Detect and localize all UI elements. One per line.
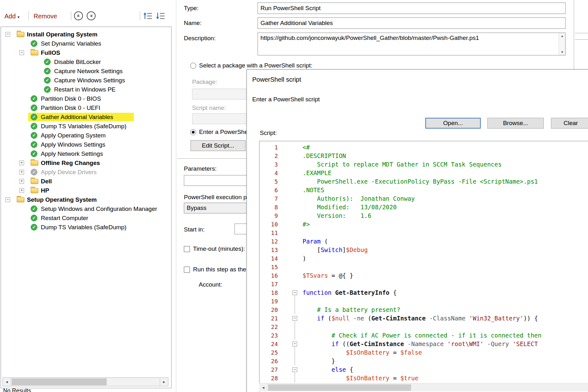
- tree-item[interactable]: ✓Capture Windows Settings: [1, 76, 171, 85]
- step-status-check-icon: ✓: [31, 114, 37, 120]
- timeout-checkbox[interactable]: [184, 246, 190, 252]
- description-field[interactable]: https://github.com/jonconwayuk/PowerShel…: [258, 33, 566, 55]
- tree-item[interactable]: ✓Restart in Windows PE: [1, 85, 171, 94]
- tree-item[interactable]: +HP: [1, 186, 171, 195]
- tree-item[interactable]: ✓Dump TS Variables (SafeDump): [1, 122, 171, 131]
- step-status-check-icon: ✓: [31, 104, 37, 111]
- tree-item[interactable]: ✓Gather Additional Variables: [1, 112, 171, 122]
- script-code-editor[interactable]: 1<#2.DESCRIPTION3 Script to replace MDT …: [259, 141, 588, 392]
- tree-item[interactable]: +Dell: [1, 177, 171, 186]
- code-line-17: 17: [260, 280, 588, 288]
- fold-margin[interactable]: −: [282, 365, 303, 374]
- step-status-check-icon: ✓: [31, 215, 37, 221]
- code-text: $IsOnBattery = $true: [303, 374, 418, 383]
- task-sequence-editor-window: Add▾ Remove « « −Install Operating Syste…: [0, 0, 588, 392]
- code-line-22: 22: [260, 323, 588, 331]
- tree-horizontal-scrollbar[interactable]: ◄ ►: [3, 377, 168, 386]
- expand-all-button[interactable]: «: [87, 11, 96, 20]
- collapse-toggle-icon[interactable]: −: [19, 50, 24, 55]
- timeout-checkbox-row[interactable]: Time-out (minutes):: [184, 245, 245, 252]
- code-text: ): [303, 254, 306, 263]
- fold-guide-line: [295, 297, 295, 306]
- description-label: Description:: [184, 35, 216, 42]
- expand-toggle-icon[interactable]: +: [19, 179, 24, 184]
- scroll-up-icon[interactable]: ▲: [559, 34, 566, 38]
- scroll-down-icon[interactable]: ▼: [559, 50, 566, 54]
- fold-margin: [282, 263, 303, 271]
- tree-item[interactable]: +✓Apply Device Drivers: [1, 168, 171, 177]
- fold-margin[interactable]: −: [282, 288, 303, 297]
- move-item-up-icon[interactable]: [143, 11, 153, 20]
- edit-script-button[interactable]: Edit Script...: [191, 140, 246, 151]
- scrollbar-thumb[interactable]: [12, 378, 107, 385]
- expand-toggle-icon[interactable]: +: [19, 170, 24, 174]
- tree-item-label: Setup Windows and Configuration Manager: [41, 204, 157, 213]
- fold-margin[interactable]: −: [282, 340, 303, 348]
- run-as-checkbox[interactable]: [184, 267, 190, 273]
- scroll-left-icon[interactable]: ◄: [259, 383, 267, 392]
- tree-item[interactable]: ✓Apply Operating System: [1, 131, 171, 140]
- expand-toggle-icon[interactable]: +: [19, 161, 24, 165]
- fold-collapse-icon[interactable]: −: [292, 290, 297, 295]
- tree-item[interactable]: ✓Setup Windows and Configuration Manager: [1, 204, 171, 213]
- dialog-subtitle: Enter a PowerShell script: [252, 96, 320, 103]
- fold-collapse-icon[interactable]: −: [292, 316, 297, 321]
- expand-toggle-icon[interactable]: +: [19, 188, 24, 193]
- code-line-16: 16$TSvars = @{ }: [260, 271, 588, 280]
- tree-item[interactable]: −Setup Operating System: [1, 195, 171, 204]
- code-line-5: 5 PowerShell.exe -ExecutionPolicy ByPass…: [260, 177, 588, 186]
- code-line-14: 14): [260, 254, 588, 263]
- tree-item[interactable]: ✓Disable BitLocker: [1, 57, 171, 66]
- line-number: 13: [260, 246, 282, 254]
- fold-collapse-icon[interactable]: −: [292, 342, 297, 346]
- name-input[interactable]: [258, 17, 566, 29]
- fold-margin[interactable]: −: [282, 314, 303, 323]
- fold-collapse-icon[interactable]: −: [292, 367, 297, 372]
- editor-horizontal-scrollbar[interactable]: ◄: [259, 383, 588, 391]
- clear-button[interactable]: Clear: [551, 118, 588, 129]
- tree-item[interactable]: ✓Dump TS Variables (SafeDump): [1, 223, 171, 232]
- tree-item-label: Partition Disk 0 - BIOS: [41, 94, 101, 103]
- browse-button[interactable]: Browse...: [487, 118, 544, 129]
- line-number: 5: [260, 177, 282, 186]
- collapse-toggle-icon[interactable]: −: [5, 197, 10, 202]
- step-status-check-icon: ✓: [31, 150, 37, 157]
- description-value: https://github.com/jonconwayuk/PowerShel…: [260, 35, 479, 41]
- fold-margin: [282, 323, 303, 331]
- fold-guide-line: [295, 348, 295, 357]
- tree-item[interactable]: ✓Apply Network Settings: [1, 149, 171, 158]
- tree-item[interactable]: ✓Apply Windows Settings: [1, 140, 171, 149]
- scroll-left-icon[interactable]: ◄: [3, 378, 11, 386]
- scrollbar-thumb[interactable]: [268, 384, 411, 391]
- tree-item-label: Capture Network Settings: [54, 66, 123, 76]
- line-number: 25: [260, 348, 282, 357]
- fold-margin: [282, 246, 303, 254]
- open-button[interactable]: Open...: [425, 118, 481, 129]
- tree-item[interactable]: −FullOS: [1, 48, 171, 57]
- tree-item[interactable]: ✓Capture Network Settings: [1, 66, 171, 76]
- tree-item[interactable]: ✓Set Dynamic Variables: [1, 39, 171, 48]
- code-text: function Get-BatteryInfo {: [303, 288, 397, 297]
- code-text: else {: [303, 365, 353, 374]
- type-input[interactable]: [258, 3, 566, 14]
- tree-item[interactable]: −Install Operating System: [1, 30, 171, 39]
- tree-item[interactable]: ✓Partition Disk 0 - BIOS: [1, 94, 171, 103]
- code-line-24: 24− if ((Get-CimInstance -Namespace 'roo…: [260, 340, 588, 348]
- collapse-all-button[interactable]: «: [74, 11, 83, 20]
- panel-edge-line: [574, 0, 574, 69]
- select-package-radio-label: Select a package with a PowerShell scrip…: [199, 62, 312, 69]
- tree-item-label: Apply Network Settings: [41, 149, 103, 158]
- add-button[interactable]: Add▾: [4, 13, 20, 20]
- tree-item[interactable]: ✓Partition Disk 0 - UEFI: [1, 103, 171, 112]
- code-text: [Switch]$Debug: [303, 246, 368, 254]
- scroll-right-icon[interactable]: ►: [160, 378, 168, 386]
- remove-button[interactable]: Remove: [34, 13, 57, 20]
- move-item-down-icon[interactable]: [156, 11, 165, 20]
- fold-margin: [282, 297, 303, 306]
- description-scrollbar[interactable]: ▲ ▼: [559, 33, 565, 55]
- select-package-radio[interactable]: Select a package with a PowerShell scrip…: [190, 62, 312, 69]
- fold-guide-line: [295, 357, 295, 365]
- tree-item[interactable]: +Offline Reg Changes: [1, 158, 171, 168]
- collapse-toggle-icon[interactable]: −: [5, 32, 10, 37]
- tree-item[interactable]: ✓Restart Computer: [1, 213, 171, 223]
